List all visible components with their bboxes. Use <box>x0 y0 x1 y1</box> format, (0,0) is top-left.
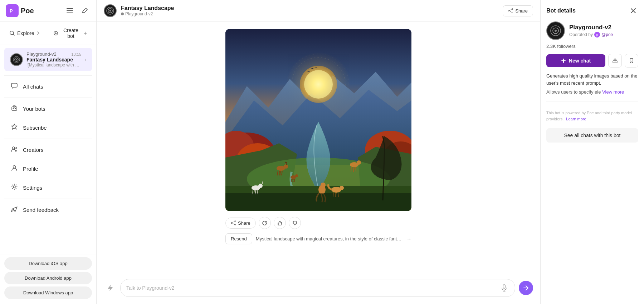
bot-avatar-icon <box>106 7 114 15</box>
search-icon <box>9 30 15 36</box>
svg-point-69 <box>258 184 263 188</box>
feedback-icon <box>10 205 19 214</box>
new-chat-button[interactable]: New chat <box>546 54 605 67</box>
share-message-button[interactable]: Share <box>225 218 256 229</box>
sidebar-item-your-bots[interactable]: Your bots <box>3 100 93 118</box>
svg-point-76 <box>235 224 236 225</box>
chevron-right-icon <box>36 31 40 35</box>
learn-more-link[interactable]: Learn more <box>566 117 586 121</box>
logo-area: P Poe <box>6 4 34 17</box>
explore-label: Explore <box>17 30 34 36</box>
send-arrow-icon <box>523 285 529 291</box>
recent-chat-time: 13:15 <box>71 52 81 56</box>
bot-details-title: Bot details <box>546 8 576 14</box>
sidebar-item-send-feedback[interactable]: Send feedback <box>3 201 93 219</box>
microphone-button[interactable] <box>499 283 509 293</box>
bot-panel-info: Playground-v2 Operated by p @poe <box>569 24 613 38</box>
explore-createbot-row: Explore Create bot <box>0 22 96 45</box>
svg-rect-3 <box>67 10 73 11</box>
recent-chat-item[interactable]: Playground-v2 13:15 Fantasy Landscape ![… <box>4 48 92 71</box>
powered-by-text: This bot is powered by Poe and third par… <box>546 110 638 122</box>
gear-icon <box>11 183 18 190</box>
people-icon <box>11 145 18 153</box>
bot-details-header: Bot details <box>546 6 638 16</box>
sidebar-item-creators[interactable]: Creators <box>3 141 93 159</box>
svg-rect-12 <box>13 106 15 107</box>
operator-avatar: p <box>594 32 600 38</box>
svg-line-52 <box>291 179 292 182</box>
thumbs-down-button[interactable] <box>289 217 301 229</box>
message-actions: Share <box>225 217 411 229</box>
bot-share-icon-button[interactable] <box>608 54 622 68</box>
settings-label: Settings <box>23 185 42 191</box>
chat-input-area <box>97 275 540 304</box>
download-ios-button[interactable]: Download iOS app <box>4 257 92 270</box>
subscribe-icon <box>10 123 19 132</box>
sidebar-item-all-chats[interactable]: All chats <box>3 78 93 95</box>
svg-point-9 <box>16 59 17 60</box>
svg-point-18 <box>13 186 15 188</box>
sidebar-bottom: Download iOS app Download Android app Do… <box>0 254 96 304</box>
recent-chat-info: Playground-v2 13:15 Fantasy Landscape ![… <box>26 51 81 68</box>
create-bot-button[interactable]: Create bot <box>50 25 91 41</box>
thumbs-up-button[interactable] <box>274 217 286 229</box>
share-msg-icon <box>231 220 236 225</box>
svg-point-21 <box>109 10 111 12</box>
recent-chat-preview: ![Mystical landscape with magical creat.… <box>26 63 81 68</box>
recent-chat-avatar <box>10 53 23 66</box>
creators-icon <box>10 145 19 154</box>
chat-messages[interactable]: Share Res <box>97 22 540 275</box>
profile-icon <box>10 164 19 173</box>
sidebar-item-subscribe[interactable]: Subscribe <box>3 119 93 136</box>
poe-logo-icon: P <box>6 4 19 17</box>
edit-icon <box>82 8 88 14</box>
close-panel-button[interactable] <box>628 6 638 16</box>
svg-point-32 <box>304 70 333 99</box>
hamburger-menu-button[interactable] <box>64 5 75 16</box>
resend-button[interactable]: Resend <box>225 233 252 244</box>
lightning-icon <box>106 284 114 292</box>
chat-input-wrapper <box>120 279 515 297</box>
divider-4 <box>4 199 92 199</box>
edit-button[interactable] <box>79 5 91 16</box>
explore-button[interactable]: Explore <box>6 28 44 38</box>
svg-point-14 <box>15 108 16 109</box>
see-all-chats-button[interactable]: See all chats with this bot <box>546 128 638 143</box>
svg-point-22 <box>512 9 513 10</box>
svg-point-83 <box>555 30 557 32</box>
all-chats-label: All chats <box>23 84 43 90</box>
bot-bookmark-icon-button[interactable] <box>625 54 638 68</box>
resend-prompt-text: Mystical landscape with magical creature… <box>256 236 403 241</box>
sidebar-item-settings[interactable]: Settings <box>3 179 93 196</box>
svg-rect-2 <box>67 8 73 9</box>
bot-description: Generates high quality images based on t… <box>546 73 638 86</box>
share-button[interactable]: Share <box>503 5 533 16</box>
sidebar-item-profile[interactable]: Profile <box>3 160 93 178</box>
new-chat-row: New chat <box>546 54 638 68</box>
download-android-button[interactable]: Download Android app <box>4 272 92 284</box>
chevron-right-icon: › <box>85 57 86 62</box>
svg-rect-10 <box>11 83 17 87</box>
thumbs-down-icon <box>292 220 297 226</box>
allows-text: Allows users to specify ele <box>546 89 601 95</box>
bot-profile-row: Playground-v2 Operated by p @poe <box>546 21 638 40</box>
svg-point-13 <box>13 108 14 109</box>
refresh-button[interactable] <box>259 217 271 229</box>
profile-label: Profile <box>23 166 38 172</box>
bot-panel-avatar-icon <box>550 25 561 36</box>
bot-operated-by: Operated by p @poe <box>569 32 613 38</box>
panel-share-icon <box>612 58 618 64</box>
input-divider <box>496 284 496 291</box>
recent-chat-top: Playground-v2 13:15 <box>26 51 81 57</box>
bot-panel-avatar <box>546 21 565 40</box>
send-button[interactable] <box>519 281 533 295</box>
svg-point-17 <box>13 166 16 168</box>
svg-rect-78 <box>503 285 505 288</box>
divider-3 <box>4 139 92 139</box>
playground-avatar-icon <box>13 56 20 63</box>
bots-icon <box>11 104 18 111</box>
subtitle-dot <box>121 13 124 15</box>
download-windows-button[interactable]: Download Windows app <box>4 286 92 299</box>
view-more-link[interactable]: View more <box>602 89 624 95</box>
chat-input[interactable] <box>126 285 493 291</box>
